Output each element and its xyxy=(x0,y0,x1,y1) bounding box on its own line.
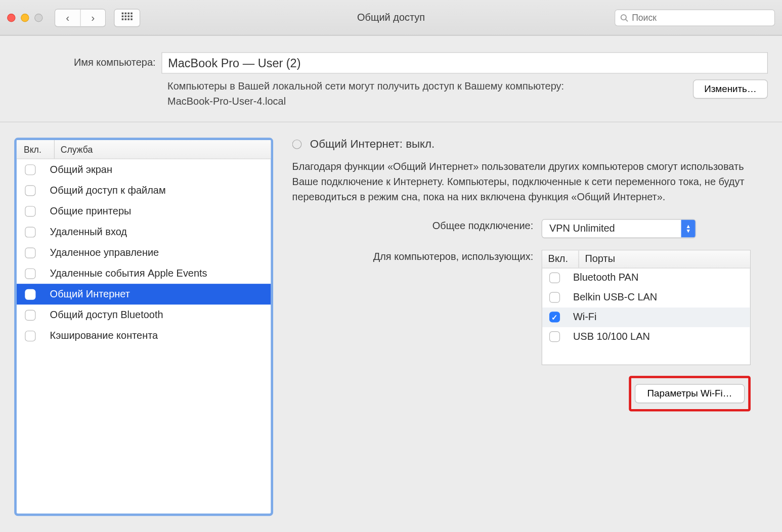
service-checkbox[interactable] xyxy=(25,268,35,279)
port-row[interactable]: Bluetooth PAN xyxy=(542,268,750,288)
ports-header-ports: Порты xyxy=(579,250,750,268)
service-label: Общий доступ к файлам xyxy=(50,185,166,196)
service-label: Удаленные события Apple Events xyxy=(50,268,207,279)
zoom-window-button xyxy=(34,13,42,21)
service-label: Общие принтеры xyxy=(50,205,132,217)
forward-button: › xyxy=(80,9,105,26)
svg-line-1 xyxy=(626,19,628,21)
service-label: Общий экран xyxy=(50,164,112,175)
service-checkbox[interactable] xyxy=(25,206,35,216)
share-from-value: VPN Unlimited xyxy=(542,219,681,237)
service-row[interactable]: Удаленное управление xyxy=(17,242,271,263)
main-area: Вкл. Служба Общий экранОбщий доступ к фа… xyxy=(0,122,782,529)
service-row[interactable]: Общий доступ к файлам xyxy=(17,180,271,201)
port-label: USB 10/100 LAN xyxy=(573,331,650,342)
port-row[interactable]: Wi-Fi xyxy=(542,307,750,327)
port-row[interactable]: Belkin USB-C LAN xyxy=(542,288,750,307)
service-label: Удаленный вход xyxy=(50,226,127,238)
service-label: Общий доступ Bluetooth xyxy=(50,309,163,321)
service-label: Кэширование контента xyxy=(50,330,158,341)
computer-name-section: Имя компьютера: Компьютеры в Вашей локал… xyxy=(0,35,782,122)
wifi-options-button[interactable]: Параметры Wi-Fi… xyxy=(635,384,745,403)
service-label: Общий Интернет xyxy=(50,288,130,300)
service-checkbox[interactable] xyxy=(25,289,35,299)
computer-name-input[interactable] xyxy=(161,52,768,73)
port-checkbox[interactable] xyxy=(549,312,560,323)
search-field[interactable] xyxy=(615,9,775,26)
ports-table: Вкл. Порты Bluetooth PANBelkin USB-C LAN… xyxy=(542,250,751,365)
service-row[interactable]: Кэширование контента xyxy=(17,326,271,346)
chevron-left-icon: ‹ xyxy=(66,12,69,23)
stepper-arrows-icon: ▲▼ xyxy=(681,219,696,237)
service-row[interactable]: Удаленный вход xyxy=(17,221,271,242)
status-indicator-icon xyxy=(292,140,302,149)
status-text: Общий Интернет: выкл. xyxy=(310,138,435,151)
service-description: Благодаря функции «Общий Интернет» польз… xyxy=(292,159,761,205)
search-icon xyxy=(620,13,628,21)
search-input[interactable] xyxy=(632,13,769,23)
port-label: Wi-Fi xyxy=(573,312,597,323)
service-checkbox[interactable] xyxy=(25,185,35,196)
service-row[interactable]: Общие принтеры xyxy=(17,201,271,221)
service-row[interactable]: Общий экран xyxy=(17,159,271,180)
computer-name-description: Компьютеры в Вашей локальной сети могут … xyxy=(167,79,571,109)
svg-point-0 xyxy=(621,14,626,19)
status-row: Общий Интернет: выкл. xyxy=(292,138,768,151)
services-header-on: Вкл. xyxy=(17,140,55,158)
detail-panel: Общий Интернет: выкл. Благодаря функции … xyxy=(292,138,768,516)
port-row[interactable]: USB 10/100 LAN xyxy=(542,327,750,347)
show-all-button[interactable] xyxy=(114,9,140,26)
service-checkbox[interactable] xyxy=(25,227,35,237)
services-header-service: Служба xyxy=(55,140,271,158)
edit-hostname-button[interactable]: Изменить… xyxy=(693,79,768,99)
ports-header-on: Вкл. xyxy=(542,250,579,268)
wifi-options-highlight: Параметры Wi-Fi… xyxy=(629,376,751,411)
minimize-window-button[interactable] xyxy=(21,13,29,21)
service-row[interactable]: Удаленные события Apple Events xyxy=(17,263,271,284)
grid-icon xyxy=(122,12,133,23)
services-header: Вкл. Служба xyxy=(17,140,271,159)
computer-name-label: Имя компьютера: xyxy=(14,57,161,69)
services-list: Вкл. Служба Общий экранОбщий доступ к фа… xyxy=(14,138,273,516)
share-from-label: Общее подключение: xyxy=(292,219,542,238)
service-checkbox[interactable] xyxy=(25,164,35,175)
chevron-right-icon: › xyxy=(91,12,95,23)
service-label: Удаленное управление xyxy=(50,247,159,258)
service-checkbox[interactable] xyxy=(25,331,35,341)
service-checkbox[interactable] xyxy=(25,247,35,258)
port-label: Bluetooth PAN xyxy=(573,272,638,284)
port-checkbox[interactable] xyxy=(549,292,560,303)
port-checkbox[interactable] xyxy=(549,331,560,342)
port-checkbox[interactable] xyxy=(549,273,560,283)
service-row[interactable]: Общий Интернет xyxy=(17,284,271,305)
port-label: Belkin USB-C LAN xyxy=(573,292,657,303)
service-row[interactable]: Общий доступ Bluetooth xyxy=(17,305,271,326)
back-button[interactable]: ‹ xyxy=(55,9,80,26)
toolbar: ‹ › Общий доступ xyxy=(0,0,782,35)
close-window-button[interactable] xyxy=(7,13,15,21)
share-from-select[interactable]: VPN Unlimited ▲▼ xyxy=(542,219,696,238)
to-computers-label: Для компьютеров, использующих: xyxy=(292,250,542,411)
window-controls xyxy=(7,13,42,21)
service-checkbox[interactable] xyxy=(25,310,35,321)
nav-back-forward: ‹ › xyxy=(55,9,106,26)
